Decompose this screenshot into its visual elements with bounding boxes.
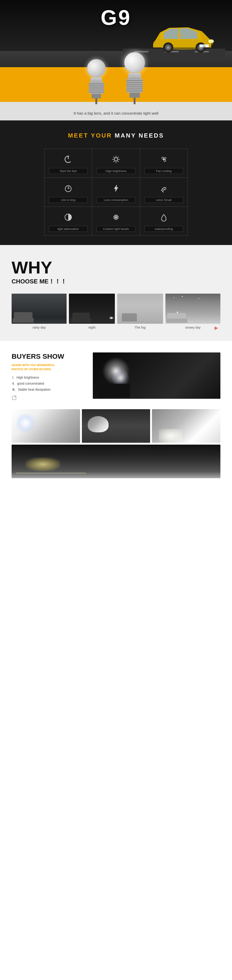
why-title: WHY	[11, 259, 221, 276]
why-label-4: snowy day	[185, 326, 200, 329]
why-photo-3: The fog	[117, 294, 163, 329]
feature-label-9: waterproofing	[144, 226, 183, 232]
why-subtitle: CHOOSE ME！！！	[11, 277, 221, 286]
chip-icon	[111, 213, 121, 223]
brightness-icon	[111, 155, 121, 165]
gallery-row-2	[11, 445, 221, 478]
buyers-list: Ⅰ、High brightness Ⅱ、good concentrated Ⅲ、…	[11, 375, 86, 392]
buyers-right	[93, 352, 221, 399]
feature-label-5: Less consumption	[97, 197, 135, 203]
gallery-photo-1	[11, 409, 80, 443]
why-label-1: rainy day	[32, 326, 46, 329]
svg-point-7	[166, 46, 170, 49]
buyers-section: BUYERS SHOW SHARE WITH YOU WONDERFUL PHO…	[0, 341, 232, 409]
feature-label-3: Fan cooling	[144, 168, 183, 174]
gallery-section	[0, 409, 232, 490]
features-grid: Start the fast High brightness	[44, 148, 188, 236]
svg-point-17	[114, 158, 118, 161]
attenuation-icon	[64, 213, 73, 223]
buyers-list-item-1: Ⅰ、High brightness	[11, 375, 86, 380]
feature-label-1: Start the fast	[49, 168, 88, 174]
gallery-photo-4	[11, 445, 221, 478]
buyers-main-photo	[93, 352, 221, 399]
fan-icon	[159, 155, 168, 165]
why-label-3: The fog	[134, 326, 146, 329]
feature-item-7: light attenuation	[44, 207, 92, 235]
hero-section: G9 PIRELLI G9 It has a big	[0, 0, 232, 121]
why-photo-1: rainy day	[11, 294, 67, 329]
feature-label-7: light attenuation	[49, 226, 88, 232]
feature-item-8: Custom light beads	[92, 207, 140, 235]
buyers-left: BUYERS SHOW SHARE WITH YOU WONDERFUL PHO…	[11, 352, 86, 402]
car-illustration: G9 PIRELLI	[123, 7, 225, 58]
gallery-photo-2	[82, 409, 150, 443]
svg-line-22	[114, 157, 114, 158]
waterproof-icon	[159, 213, 168, 223]
feature-label-2: High brightness	[97, 168, 135, 174]
feature-item-6: voice Small	[140, 178, 188, 207]
feature-item-2: High brightness	[92, 149, 140, 178]
why-section: WHY CHOOSE ME！！！ rainy day night	[0, 245, 232, 341]
feature-item-3: Fan cooling	[140, 149, 188, 178]
why-photos-grid: rainy day night The fog	[11, 294, 221, 329]
lifetime-icon	[64, 184, 73, 194]
feature-item-4: Life is long	[44, 178, 92, 207]
hero-products	[87, 52, 145, 104]
svg-line-23	[118, 161, 118, 162]
link-icon	[11, 395, 86, 402]
why-photo-4: snowy day	[165, 294, 221, 329]
why-photo-2: night	[69, 294, 115, 329]
feature-label-4: Life is long	[49, 197, 88, 203]
feature-label-6: voice Small	[144, 197, 183, 203]
svg-point-30	[163, 191, 164, 192]
svg-text:G9: G9	[203, 45, 205, 47]
svg-line-25	[114, 161, 114, 162]
features-section: MEET YOUR MANY NEEDS Start the fast	[0, 121, 232, 245]
feature-item-9: waterproofing	[140, 207, 188, 235]
svg-rect-41	[115, 216, 117, 218]
bulb-left	[87, 59, 106, 104]
power-icon	[64, 155, 73, 165]
svg-text:PIRELLI: PIRELLI	[176, 34, 184, 37]
why-label-2: night	[88, 326, 95, 329]
buyers-title: BUYERS SHOW	[11, 352, 86, 360]
feature-item-5: Less consumption	[92, 178, 140, 207]
feature-label-8: Custom light beads	[97, 226, 135, 232]
svg-line-24	[118, 157, 118, 158]
gallery-photo-3	[152, 409, 221, 443]
svg-point-11	[208, 39, 214, 43]
hero-title: G9	[101, 6, 131, 30]
lightning-icon	[111, 184, 121, 194]
gallery-row-1	[11, 409, 221, 443]
signal-icon	[159, 184, 168, 194]
buyers-list-item-2: Ⅱ、good concentrated	[11, 382, 86, 386]
buyers-list-item-3: Ⅲ、Stable heat dissipation	[11, 388, 86, 392]
buyers-subtitle: SHARE WITH YOU WONDERFUL PHOTOS OF OTHER…	[11, 363, 86, 371]
features-title: MEET YOUR MANY NEEDS	[7, 132, 225, 139]
feature-item-1: Start the fast	[44, 149, 92, 178]
bulb-right	[124, 52, 145, 104]
hero-caption: It has a big lens, and it can concentrat…	[69, 109, 163, 118]
